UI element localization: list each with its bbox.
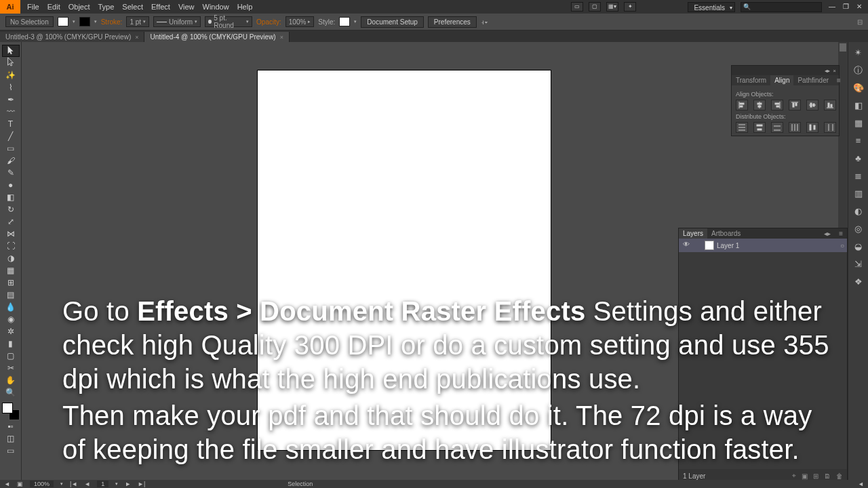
transparency-icon[interactable]: ◐	[852, 205, 865, 218]
target-icon[interactable]: ○	[840, 242, 844, 249]
menu-edit[interactable]: Edit	[47, 3, 60, 11]
stroke-icon[interactable]: ≣	[852, 169, 865, 183]
new-sublayer-icon[interactable]: ⊞	[813, 472, 818, 480]
blend-tool[interactable]: ◉	[2, 313, 20, 325]
symbols-icon[interactable]: ♣	[852, 152, 865, 165]
asset-export-icon[interactable]: ⇲	[852, 258, 865, 271]
symbol-sprayer-tool[interactable]: ✲	[2, 325, 20, 338]
eraser-tool[interactable]: ◧	[2, 191, 20, 203]
align-left-icon[interactable]	[736, 100, 748, 110]
distribute-hcenter-icon[interactable]	[806, 122, 818, 133]
screen-mode-icon[interactable]: ▢	[589, 2, 601, 12]
width-tool[interactable]: ⋈	[2, 228, 20, 240]
close-button[interactable]: ✕	[854, 2, 864, 12]
magic-wand-tool[interactable]: ✨	[2, 69, 20, 81]
locate-layer-icon[interactable]: ⌖	[792, 472, 796, 480]
screen-mode-icon[interactable]: ▭	[2, 445, 20, 457]
layer-row[interactable]: 👁 Layer 1 ○	[679, 239, 847, 252]
align-bottom-icon[interactable]	[824, 100, 836, 110]
type-tool[interactable]: T	[2, 118, 20, 130]
stroke-profile-select[interactable]: Uniform▾	[153, 16, 201, 27]
menu-select[interactable]: Select	[122, 3, 143, 11]
distribute-bottom-icon[interactable]	[771, 122, 783, 133]
tab-align[interactable]: Align	[770, 75, 793, 85]
eyedropper-tool[interactable]: 💧	[2, 301, 20, 313]
appearance-icon[interactable]: ◎	[852, 222, 865, 236]
collapse-options-icon[interactable]: ⊟	[857, 18, 863, 26]
color-icon[interactable]: 🎨	[852, 81, 865, 95]
libraries-icon[interactable]: ✴	[852, 46, 865, 60]
preferences-button[interactable]: Preferences	[428, 16, 477, 28]
graphic-styles-icon[interactable]: ◒	[852, 240, 865, 253]
search-input[interactable]: 🔍	[741, 2, 822, 12]
selection-tool[interactable]	[2, 45, 20, 57]
doc-tab-2[interactable]: Untitled-4 @ 100% (CMYK/GPU Preview) ×	[144, 32, 289, 42]
close-icon[interactable]: ×	[135, 34, 138, 41]
curvature-tool[interactable]: 〰	[2, 106, 20, 118]
document-setup-button[interactable]: Document Setup	[361, 16, 424, 28]
stroke-swatch[interactable]	[79, 17, 90, 26]
gradient-icon[interactable]: ▥	[852, 187, 865, 201]
menu-help[interactable]: Help	[237, 3, 253, 11]
align-to-icon[interactable]: ⫞▾	[481, 18, 488, 26]
menu-object[interactable]: Object	[68, 3, 90, 11]
delete-layer-icon[interactable]: 🗑	[836, 472, 843, 480]
next-artboard-icon[interactable]: ►	[125, 481, 131, 487]
scale-tool[interactable]: ⤢	[2, 216, 20, 228]
menu-window[interactable]: Window	[203, 3, 229, 11]
first-artboard-icon[interactable]: |◄	[70, 481, 77, 487]
align-right-icon[interactable]	[771, 100, 783, 110]
zoom-tool[interactable]: 🔍	[2, 386, 20, 399]
status-export-icon[interactable]: ▣	[17, 481, 23, 487]
hand-tool[interactable]: ✋	[2, 374, 20, 386]
layers-icon[interactable]: ❖	[852, 275, 865, 289]
grid-icon[interactable]: ▦▾	[606, 2, 618, 12]
panel-collapse-icon[interactable]: ◂▸	[825, 68, 830, 74]
distribute-right-icon[interactable]	[824, 122, 836, 133]
workspace-selector[interactable]: Essentials	[688, 2, 735, 12]
minimize-button[interactable]: —	[827, 2, 837, 12]
free-transform-tool[interactable]: ⛶	[2, 240, 20, 252]
draw-mode-icon[interactable]: ◫	[2, 432, 20, 445]
clip-mask-icon[interactable]: ▣	[802, 472, 808, 480]
column-graph-tool[interactable]: ▮	[2, 338, 20, 350]
distribute-top-icon[interactable]	[736, 122, 748, 133]
arrange-doc-icon[interactable]: ▭	[571, 2, 583, 12]
maximize-button[interactable]: ❐	[841, 2, 850, 12]
style-swatch[interactable]	[339, 17, 350, 26]
zoom-level[interactable]: 100%	[30, 481, 54, 487]
tab-layers[interactable]: Layers	[679, 228, 707, 239]
align-top-icon[interactable]	[789, 100, 801, 110]
gradient-tool[interactable]: ▤	[2, 289, 20, 301]
color-mode-icon[interactable]: ▪▫	[2, 420, 20, 432]
lasso-tool[interactable]: ⌇	[2, 81, 20, 94]
artboard-number[interactable]: 1	[97, 481, 108, 487]
pen-tool[interactable]: ✒	[2, 94, 20, 106]
swatches-icon[interactable]: ▦	[852, 117, 865, 130]
panel-collapse-icon[interactable]: ◂▸	[820, 228, 835, 239]
perspective-tool[interactable]: ▦	[2, 264, 20, 277]
menu-type[interactable]: Type	[98, 3, 115, 11]
mesh-tool[interactable]: ⊞	[2, 277, 20, 289]
tab-artboards[interactable]: Artboards	[707, 228, 745, 239]
rectangle-tool[interactable]: ▭	[2, 142, 20, 155]
menu-effect[interactable]: Effect	[151, 3, 170, 11]
distribute-left-icon[interactable]	[789, 122, 801, 133]
panel-close-icon[interactable]: ×	[833, 68, 836, 74]
visibility-icon[interactable]: 👁	[682, 241, 691, 250]
distribute-vcenter-icon[interactable]	[753, 122, 766, 133]
gpu-icon[interactable]: ✦	[624, 2, 636, 12]
info-icon[interactable]: ⓘ	[852, 64, 865, 77]
rotate-tool[interactable]: ↻	[2, 203, 20, 216]
opacity-input[interactable]: 100%▸	[285, 16, 315, 27]
align-vcenter-icon[interactable]	[806, 100, 818, 110]
prev-artboard-icon[interactable]: ◄	[84, 481, 90, 487]
align-hcenter-icon[interactable]	[753, 100, 766, 110]
slice-tool[interactable]: ✂	[2, 362, 20, 374]
last-artboard-icon[interactable]: ►|	[138, 481, 145, 487]
artboard-tool[interactable]: ▢	[2, 350, 20, 362]
shape-builder-tool[interactable]: ◑	[2, 252, 20, 264]
direct-selection-tool[interactable]	[2, 57, 20, 69]
paintbrush-tool[interactable]: 🖌	[2, 155, 20, 167]
doc-tab-1[interactable]: Untitled-3 @ 100% (CMYK/GPU Preview) ×	[0, 32, 144, 42]
